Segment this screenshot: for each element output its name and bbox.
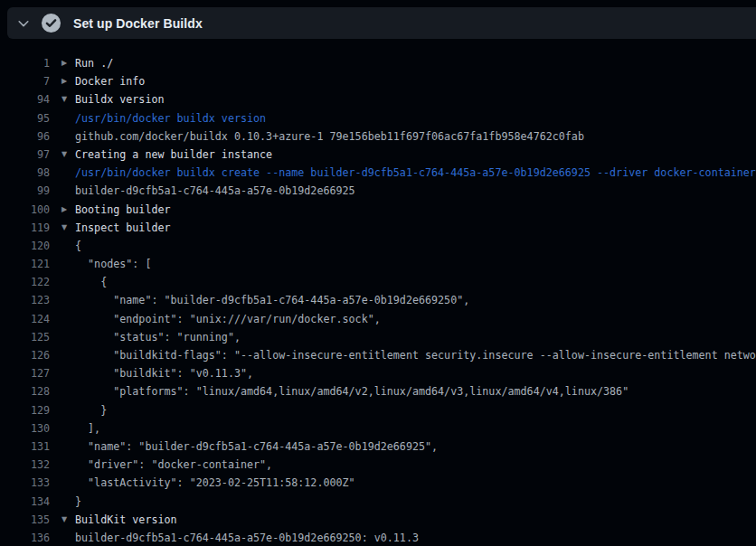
log-line-text: "platforms": "linux/amd64,linux/amd64/v2…: [75, 382, 756, 400]
log-line: 98 /usr/bin/docker buildx create --name …: [0, 164, 756, 182]
log-line-text: "name": "builder-d9cfb5a1-c764-445a-a57e…: [75, 291, 756, 309]
log-line: 128 "platforms": "linux/amd64,linux/amd6…: [0, 382, 756, 400]
triangle-right-icon: ▶: [61, 72, 75, 90]
line-number[interactable]: 123: [0, 291, 50, 309]
log-line-group[interactable]: 135 ▼ BuildKit version: [0, 511, 756, 529]
log-line-text: "driver": "docker-container",: [75, 456, 756, 474]
log-line: 129 }: [0, 401, 756, 419]
triangle-right-icon: ▶: [61, 54, 75, 72]
log-line-text: /usr/bin/docker buildx create --name bui…: [75, 164, 756, 182]
line-number[interactable]: 135: [0, 511, 50, 529]
line-number[interactable]: 121: [0, 255, 50, 273]
log-line-text: {: [75, 273, 756, 291]
line-number[interactable]: 98: [0, 164, 50, 182]
log-line-text: Buildx version: [75, 90, 756, 108]
line-number[interactable]: 96: [0, 127, 50, 146]
log-line-text: builder-d9cfb5a1-c764-445a-a57e-0b19d2e6…: [75, 529, 756, 546]
check-circle-icon: [41, 13, 61, 33]
line-number[interactable]: 132: [0, 456, 50, 474]
log-line: 127 "buildkit": "v0.11.3",: [0, 364, 756, 382]
triangle-down-icon: ▼: [61, 146, 75, 164]
triangle-down-icon: ▼: [61, 511, 75, 529]
log-line: 130 ],: [0, 419, 756, 438]
log-line: 122 {: [0, 273, 756, 291]
log-line-text: github.com/docker/buildx 0.10.3+azure-1 …: [75, 127, 756, 146]
line-number[interactable]: 97: [0, 146, 50, 164]
log-line-group[interactable]: 1 ▶ Run ./: [0, 54, 756, 72]
log-line: 96 github.com/docker/buildx 0.10.3+azure…: [0, 127, 756, 146]
log-line: 133 "lastActivity": "2023-02-25T11:58:12…: [0, 474, 756, 492]
line-number[interactable]: 136: [0, 529, 50, 546]
log-line: 121 "nodes": [: [0, 255, 756, 273]
log-line: 124 "endpoint": "unix:///var/run/docker.…: [0, 310, 756, 328]
line-number[interactable]: 119: [0, 219, 50, 237]
log-line-group[interactable]: 97 ▼ Creating a new builder instance: [0, 146, 756, 164]
log-line: 131 "name": "builder-d9cfb5a1-c764-445a-…: [0, 438, 756, 456]
log-line-group[interactable]: 94 ▼ Buildx version: [0, 90, 756, 108]
line-number[interactable]: 120: [0, 237, 50, 255]
line-number[interactable]: 133: [0, 474, 50, 492]
triangle-right-icon: ▶: [61, 201, 75, 219]
step-header[interactable]: Set up Docker Buildx: [7, 7, 756, 39]
log-line-group[interactable]: 7 ▶ Docker info: [0, 72, 756, 90]
log-line-text: "lastActivity": "2023-02-25T11:58:12.000…: [75, 474, 756, 492]
line-number[interactable]: 134: [0, 493, 50, 511]
line-number[interactable]: 129: [0, 401, 50, 419]
line-number[interactable]: 122: [0, 273, 50, 291]
line-number[interactable]: 125: [0, 328, 50, 346]
step-title: Set up Docker Buildx: [73, 16, 203, 31]
log-line-text: "nodes": [: [75, 255, 756, 273]
triangle-down-icon: ▼: [61, 219, 75, 237]
triangle-down-icon: ▼: [61, 90, 75, 108]
log-line-text: Docker info: [75, 72, 756, 90]
chevron-down-icon: [16, 16, 31, 31]
log-line-group[interactable]: 100 ▶ Booting builder: [0, 201, 756, 219]
log-line-text: "name": "builder-d9cfb5a1-c764-445a-a57e…: [75, 438, 756, 456]
log-line-text: BuildKit version: [75, 511, 756, 529]
log-line: 99 builder-d9cfb5a1-c764-445a-a57e-0b19d…: [0, 182, 756, 200]
line-number[interactable]: 7: [0, 72, 50, 90]
log-line: 120 {: [0, 237, 756, 255]
log-line-text: "buildkit": "v0.11.3",: [75, 364, 756, 382]
log-line-text: {: [75, 237, 756, 255]
log-line-text: }: [75, 493, 756, 511]
line-number[interactable]: 95: [0, 109, 50, 127]
line-number[interactable]: 124: [0, 310, 50, 328]
line-number[interactable]: 100: [0, 201, 50, 219]
log-line: 136 builder-d9cfb5a1-c764-445a-a57e-0b19…: [0, 529, 756, 546]
log-line: 123 "name": "builder-d9cfb5a1-c764-445a-…: [0, 291, 756, 309]
log-line: 125 "status": "running",: [0, 328, 756, 346]
log-line: 134 }: [0, 493, 756, 511]
log-line-text: "buildkitd-flags": "--allow-insecure-ent…: [75, 346, 756, 364]
log-line-text: builder-d9cfb5a1-c764-445a-a57e-0b19d2e6…: [75, 182, 756, 200]
line-number[interactable]: 99: [0, 182, 50, 200]
log-line: 126 "buildkitd-flags": "--allow-insecure…: [0, 346, 756, 364]
log-panel: 1 ▶ Run ./ 7 ▶ Docker info 94 ▼ Buildx v…: [0, 54, 756, 546]
log-line: 132 "driver": "docker-container",: [0, 456, 756, 474]
log-line-text: Run ./: [75, 54, 756, 72]
log-line-text: Booting builder: [75, 201, 756, 219]
log-line-text: /usr/bin/docker buildx version: [75, 109, 756, 127]
line-number[interactable]: 131: [0, 438, 50, 456]
log-line-text: "endpoint": "unix:///var/run/docker.sock…: [75, 310, 756, 328]
line-number[interactable]: 127: [0, 364, 50, 382]
line-number[interactable]: 1: [0, 54, 50, 72]
log-line-text: Inspect builder: [75, 219, 756, 237]
line-number[interactable]: 126: [0, 346, 50, 364]
log-line-text: }: [75, 401, 756, 419]
log-line-text: Creating a new builder instance: [75, 146, 756, 164]
line-number[interactable]: 128: [0, 382, 50, 400]
line-number[interactable]: 130: [0, 419, 50, 438]
log-line-text: "status": "running",: [75, 328, 756, 346]
line-number[interactable]: 94: [0, 90, 50, 108]
log-line-text: ],: [75, 419, 756, 438]
log-line: 95 /usr/bin/docker buildx version: [0, 109, 756, 127]
log-line-group[interactable]: 119 ▼ Inspect builder: [0, 219, 756, 237]
